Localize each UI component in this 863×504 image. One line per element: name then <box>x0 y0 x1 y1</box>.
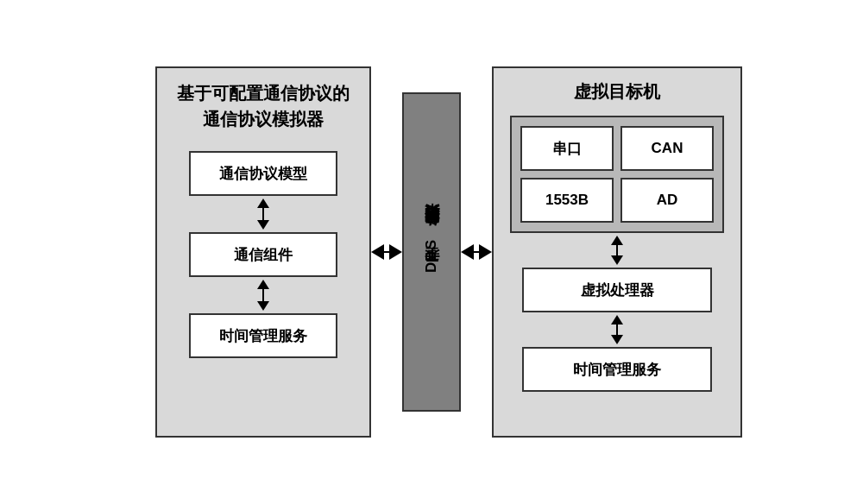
arrowhead-down-a <box>257 220 269 230</box>
interface-grid: 串口 CAN 1553B AD <box>520 126 714 223</box>
arrowhead-down-b <box>257 301 269 311</box>
serial-port-box: 串口 <box>520 126 614 171</box>
v-arrow-right-1 <box>611 233 623 268</box>
diagram-wrapper: 基于可配置通信协议的通信协议模拟器 通信协议模型 通信组件 <box>155 66 742 438</box>
middle-panel: 基于DDS的分布式协同仿真框架 <box>402 92 461 412</box>
v-line-r2 <box>616 324 618 335</box>
arrowhead-up-r2 <box>611 315 623 324</box>
arrowhead-left-2 <box>461 244 474 260</box>
v-line-b <box>262 289 264 301</box>
right-panel-title: 虚拟目标机 <box>574 80 660 104</box>
v-arrow-2 <box>257 277 269 313</box>
time-service-right-box: 时间管理服务 <box>522 347 712 392</box>
right-panel: 虚拟目标机 串口 CAN 1553B AD 虚拟处理器 <box>492 66 742 438</box>
v-arrow-1 <box>257 196 269 232</box>
arrowhead-up-b <box>257 280 269 289</box>
left-mid-arrow <box>371 244 402 260</box>
mil-std-box: 1553B <box>520 178 614 223</box>
virtual-processor-box: 虚拟处理器 <box>522 268 712 312</box>
arrowhead-up-r1 <box>611 236 623 245</box>
left-panel: 基于可配置通信协议的通信协议模拟器 通信协议模型 通信组件 <box>155 66 371 438</box>
comm-component-box: 通信组件 <box>189 232 337 277</box>
v-line-a <box>262 208 264 220</box>
left-panel-title: 基于可配置通信协议的通信协议模拟器 <box>177 80 350 132</box>
mid-right-arrow <box>461 244 492 260</box>
v-line-r1 <box>616 245 618 255</box>
arrowhead-down-r2 <box>611 335 623 344</box>
time-service-left-box: 时间管理服务 <box>189 313 337 358</box>
arrowhead-up-a <box>257 198 269 208</box>
main-diagram <box>0 235 35 269</box>
arrowhead-left-1 <box>371 244 384 260</box>
can-box: CAN <box>620 126 714 171</box>
arrowhead-down-r1 <box>611 255 623 265</box>
v-arrow-right-2 <box>611 312 623 347</box>
protocol-model-box: 通信协议模型 <box>189 151 337 196</box>
ad-box: AD <box>620 178 714 223</box>
arrowhead-right-1 <box>389 244 402 260</box>
left-stack: 通信协议模型 通信组件 时间管理服务 <box>171 151 356 358</box>
arrowhead-right-2 <box>479 244 492 260</box>
middle-panel-text: 基于DDS的分布式协同仿真框架 <box>420 230 443 274</box>
interface-container: 串口 CAN 1553B AD <box>510 116 724 233</box>
